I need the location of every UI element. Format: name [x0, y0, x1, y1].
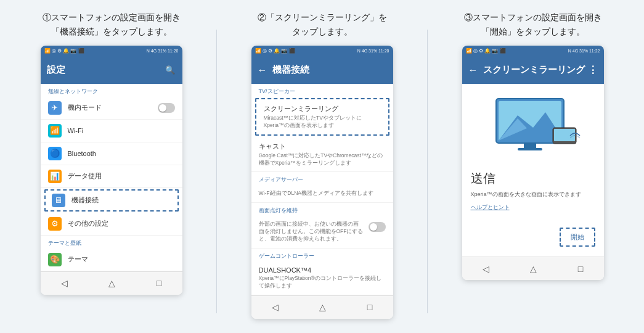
- nav-home2[interactable]: △: [319, 302, 326, 312]
- wifi-label: Wi-Fi: [68, 127, 175, 134]
- mirroring-title: スクリーンミラーリング: [264, 104, 381, 113]
- device-item-cast[interactable]: キャスト Google Cast™に対応したTVやChromecast™などの機…: [251, 137, 393, 173]
- step1-app-title: 設定: [47, 64, 65, 76]
- screen-on-desc: 外部の画面に接続中、お使いの機器の画面を消灯しません。この機能をOFFにすると、…: [259, 221, 364, 243]
- screen-on-label: 画面点灯を維持: [251, 203, 393, 216]
- controller-desc: Xperia™にPlayStation®のコントローラーを接続して操作します: [259, 275, 386, 290]
- screen-toggle[interactable]: [369, 222, 386, 232]
- nav-recent2[interactable]: □: [367, 302, 372, 312]
- send-title: 送信: [471, 170, 495, 187]
- controller-title: DUALSHOCK™4: [259, 266, 386, 274]
- step2-status-bar: 📶 ◎ ⚙ 🔔 📷 ⬛ N 4G 31% 11:20: [251, 46, 393, 57]
- svg-rect-7: [554, 129, 575, 141]
- settings-item-other[interactable]: ⚙ その他の設定: [41, 213, 182, 236]
- nav-recent3[interactable]: □: [578, 264, 583, 274]
- search-icon[interactable]: 🔍: [164, 64, 176, 76]
- step1-bottom-nav: ◁ △ □: [41, 271, 182, 295]
- start-button[interactable]: 開始: [560, 228, 595, 247]
- tv-svg: [484, 94, 582, 162]
- step2-instruction: ②「スクリーンミラーリング」を タップします。: [258, 11, 387, 39]
- mirror-content: 送信 Xperia™の画面を大きな画面に表示できます ヘルプとヒント 開始: [462, 84, 604, 257]
- airplane-toggle[interactable]: [158, 103, 175, 113]
- settings-item-theme[interactable]: 🎨 テーマ: [41, 249, 182, 271]
- device-icon: 🖥: [52, 194, 65, 207]
- data-icon: 📊: [48, 170, 62, 183]
- status-bar-left: 📶 ◎ ⚙ 🔔 📷 ⬛: [44, 48, 84, 54]
- step3-body: 送信 Xperia™の画面を大きな画面に表示できます ヘルプとヒント 開始: [462, 84, 604, 257]
- media-desc: Wi-Fi経由でDLNA機器とメディアを共有します: [259, 190, 386, 197]
- settings-item-wifi[interactable]: 📶 Wi-Fi: [41, 120, 182, 142]
- step3-bottom-nav: ◁ △ □: [462, 257, 604, 280]
- divider1: [216, 30, 217, 313]
- bluetooth-icon: 🔵: [48, 147, 62, 160]
- step3-app-title: スクリーンミラーリング: [483, 64, 585, 76]
- airplane-icon: ✈: [48, 101, 62, 115]
- step1-instruction: ①スマートフォンの設定画面を開き 「機器接続」をタップします。: [43, 11, 181, 39]
- nav-back3[interactable]: ◁: [483, 264, 489, 274]
- step3-phone: 📶 ◎ ⚙ 🔔 📷 ⬛ N 4G 31% 11:22 ← スクリーンミラーリング…: [462, 46, 604, 281]
- nav-back2[interactable]: ◁: [272, 302, 279, 312]
- settings-item-bluetooth[interactable]: 🔵 Bluetooth: [41, 142, 182, 165]
- mirroring-desc: Miracast™に対応したTVやタブレットにXperia™の画面を表示します: [264, 115, 381, 130]
- step3-status-bar: 📶 ◎ ⚙ 🔔 📷 ⬛ N 4G 31% 11:22: [462, 46, 604, 57]
- back-arrow3[interactable]: ←: [468, 65, 478, 76]
- status-bar-right2: N 4G 31% 11:20: [357, 49, 389, 53]
- device-item-screen: 外部の画面に接続中、お使いの機器の画面を消灯しません。この機能をOFFにすると、…: [251, 216, 393, 249]
- page-container: ①スマートフォンの設定画面を開き 「機器接続」をタップします。 📶 ◎ ⚙ 🔔 …: [0, 0, 644, 325]
- theme-label: テーマ: [68, 255, 175, 264]
- nav-recent[interactable]: □: [157, 278, 161, 288]
- step2-app-title: 機器接続: [272, 64, 309, 76]
- status-bar-left2: 📶 ◎ ⚙ 🔔 📷 ⬛: [255, 48, 295, 54]
- theme-icon: 🎨: [48, 253, 62, 266]
- svg-rect-4: [524, 143, 536, 148]
- cast-desc: Google Cast™に対応したTVやChromecast™などの機器でXpe…: [259, 152, 386, 167]
- settings-item-device[interactable]: 🖥 機器接続: [44, 189, 179, 212]
- airplane-label: 機内モード: [68, 103, 158, 112]
- status-bar-right3: N 4G 31% 11:22: [568, 49, 600, 53]
- send-desc: Xperia™の画面を大きな画面に表示できます: [471, 191, 581, 199]
- status-icons2: 📶 ◎ ⚙ 🔔 📷 ⬛: [255, 48, 295, 54]
- device-label: 機器接続: [71, 195, 171, 205]
- divider2: [427, 30, 428, 313]
- back-arrow[interactable]: ←: [258, 65, 267, 76]
- status-bar-left3: 📶 ◎ ⚙ 🔔 📷 ⬛: [466, 48, 506, 54]
- settings-item-airplane[interactable]: ✈ 機内モード: [41, 97, 182, 120]
- settings-section-wireless: 無線とネットワーク: [41, 84, 182, 97]
- nav-back[interactable]: ◁: [61, 278, 68, 288]
- step1-block: ①スマートフォンの設定画面を開き 「機器接続」をタップします。 📶 ◎ ⚙ 🔔 …: [12, 11, 210, 295]
- wifi-icon: 📶: [48, 124, 62, 138]
- step2-app-bar: ← 機器接続: [251, 57, 393, 84]
- settings-item-data[interactable]: 📊 データ使用: [41, 165, 182, 188]
- tv-speaker-label: TV/スピーカー: [251, 84, 393, 97]
- step3-app-bar: ← スクリーンミラーリング ⋮: [462, 57, 604, 84]
- nav-home[interactable]: △: [108, 278, 115, 288]
- step2-body: TV/スピーカー スクリーンミラーリング Miracast™に対応したTVやタブ…: [251, 84, 393, 295]
- status-icons3: 📶 ◎ ⚙ 🔔 📷 ⬛: [466, 48, 506, 54]
- step1-body: 無線とネットワーク ✈ 機内モード 📶 Wi-Fi 🔵 B: [41, 84, 182, 271]
- device-item-mirroring[interactable]: スクリーンミラーリング Miracast™に対応したTVやタブレットにXperi…: [255, 98, 389, 136]
- tv-illustration: [471, 94, 595, 162]
- settings-section-theme: テーマと壁紙: [41, 236, 182, 249]
- nav-home3[interactable]: △: [530, 264, 537, 274]
- data-label: データ使用: [68, 171, 175, 181]
- other-icon: ⚙: [48, 217, 62, 231]
- device-item-controller[interactable]: DUALSHOCK™4 Xperia™にPlayStation®のコントローラー…: [251, 261, 393, 295]
- help-link[interactable]: ヘルプとヒント: [471, 204, 510, 212]
- more-icon[interactable]: ⋮: [588, 64, 598, 76]
- start-btn-container: 開始: [471, 228, 595, 247]
- other-label: その他の設定: [68, 219, 175, 228]
- bluetooth-label: Bluetooth: [68, 150, 175, 157]
- game-controller-label: ゲームコントローラー: [251, 249, 393, 261]
- step2-block: ②「スクリーンミラーリング」を タップします。 📶 ◎ ⚙ 🔔 📷 ⬛ N 4G…: [223, 11, 421, 319]
- step3-instruction: ③スマートフォンの設定画面を開き 「開始」をタップします。: [464, 11, 602, 39]
- cast-title: キャスト: [259, 142, 386, 151]
- step3-block: ③スマートフォンの設定画面を開き 「開始」をタップします。 📶 ◎ ⚙ 🔔 📷 …: [434, 11, 632, 280]
- device-item-media[interactable]: Wi-Fi経由でDLNA機器とメディアを共有します: [251, 185, 393, 203]
- step2-bottom-nav: ◁ △ □: [251, 295, 393, 319]
- svg-rect-5: [518, 148, 542, 150]
- status-bar-right: N 4G 31% 11:20: [147, 49, 179, 53]
- status-icons: 📶 ◎ ⚙ 🔔 📷 ⬛: [44, 48, 84, 54]
- step2-phone: 📶 ◎ ⚙ 🔔 📷 ⬛ N 4G 31% 11:20 ← 機器接続 TV/スピー…: [251, 46, 393, 319]
- media-server-label: メディアサーバー: [251, 172, 393, 185]
- step1-app-bar: 設定 🔍: [41, 57, 182, 84]
